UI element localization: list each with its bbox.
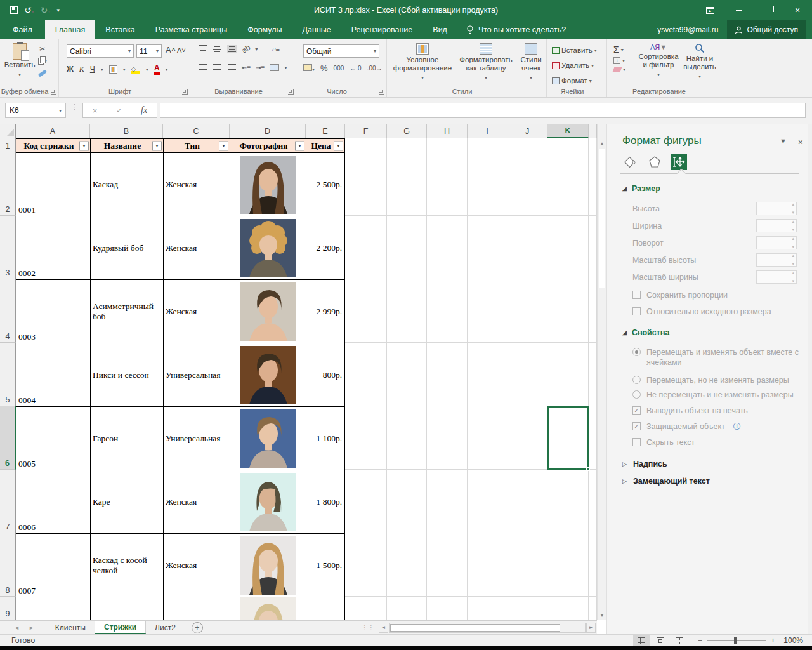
cell-empty[interactable] <box>345 279 387 343</box>
fill-button[interactable]: ↓▾ <box>613 57 625 64</box>
filter-dropdown-icon[interactable]: ▼ <box>295 141 304 150</box>
cell-empty[interactable] <box>387 406 427 470</box>
zoom-slider-thumb[interactable] <box>734 637 737 644</box>
select-all-corner[interactable] <box>0 124 16 138</box>
column-header-A[interactable]: A <box>16 124 90 138</box>
cell-empty[interactable] <box>427 406 468 470</box>
number-dialog-launcher[interactable] <box>379 89 384 95</box>
cell-empty[interactable] <box>547 216 589 279</box>
formula-input[interactable] <box>160 103 806 118</box>
cell-price[interactable]: 1 100р. <box>306 406 345 470</box>
cell-empty[interactable] <box>508 152 547 216</box>
decrease-decimal-icon[interactable]: .00→ <box>367 65 383 72</box>
haircut-photo[interactable] <box>240 219 296 277</box>
filter-dropdown-icon[interactable]: ▼ <box>152 141 162 150</box>
ribbon-display-options-icon[interactable]: ▴ <box>695 0 724 20</box>
cell-empty[interactable] <box>508 406 547 470</box>
cell-empty[interactable] <box>427 343 468 406</box>
save-icon[interactable] <box>10 6 18 14</box>
sheet-tab-0[interactable]: Клиенты <box>46 621 95 634</box>
checkbox-icon[interactable] <box>632 438 641 446</box>
checkbox-icon[interactable] <box>632 307 641 315</box>
table-header-3[interactable]: Фотография▼ <box>230 138 306 152</box>
cell-empty[interactable] <box>468 470 508 533</box>
column-header-G[interactable]: G <box>387 124 427 138</box>
name-box[interactable]: K6▾ <box>5 103 66 118</box>
cell-type[interactable]: Женская <box>163 470 230 533</box>
accounting-format-icon[interactable]: ▾ <box>303 64 315 73</box>
spinner-input[interactable] <box>756 253 797 267</box>
italic-button[interactable]: К <box>79 65 84 74</box>
scroll-right-icon[interactable]: ► <box>586 623 596 633</box>
conditional-formatting-button[interactable]: Условное форматирование▾ <box>393 43 452 82</box>
ribbon-tab-2[interactable]: Вставка <box>95 20 145 39</box>
number-format-select[interactable]: Общий▾ <box>303 44 379 58</box>
pane-scrollbar[interactable] <box>808 124 812 634</box>
cell-empty[interactable] <box>508 138 547 152</box>
spinner-input[interactable] <box>756 219 797 232</box>
cell-empty[interactable] <box>427 152 468 216</box>
share-button[interactable]: Общий доступ <box>727 20 806 39</box>
cell-photo[interactable] <box>230 279 306 343</box>
new-sheet-button[interactable]: + <box>192 622 203 633</box>
align-middle-icon[interactable] <box>213 45 222 53</box>
cell-empty[interactable] <box>547 343 589 406</box>
ribbon-tab-4[interactable]: Формулы <box>237 20 292 39</box>
cell-empty[interactable] <box>345 152 387 216</box>
cell-empty[interactable] <box>468 406 508 470</box>
increase-decimal-icon[interactable]: ←.0 <box>350 65 361 72</box>
font-dialog-launcher[interactable] <box>182 89 188 95</box>
cell-empty[interactable] <box>387 138 427 152</box>
cell-code[interactable]: 0005 <box>16 406 90 470</box>
cell-empty[interactable] <box>547 470 589 533</box>
cell-empty[interactable] <box>427 470 468 533</box>
size-checkbox-1[interactable]: Относительно исходного размера <box>632 307 802 317</box>
info-icon[interactable]: ⓘ <box>733 421 741 432</box>
zoom-out-button[interactable]: − <box>698 636 702 645</box>
cell-photo[interactable] <box>230 533 306 597</box>
size-checkbox-0[interactable]: Сохранить пропорции <box>632 290 802 300</box>
cell-empty[interactable] <box>468 279 508 343</box>
properties-checkbox-2[interactable]: Скрыть текст <box>632 437 802 448</box>
cancel-icon[interactable]: × <box>93 106 98 116</box>
scroll-left-icon[interactable]: ◄ <box>379 623 388 633</box>
cell-photo[interactable] <box>230 406 306 470</box>
shrink-font-icon[interactable]: A˅ <box>177 46 186 54</box>
size-properties-tab[interactable] <box>671 154 687 170</box>
cell-empty[interactable] <box>345 406 387 470</box>
cell-empty[interactable] <box>468 216 508 279</box>
cell-price[interactable]: 800р. <box>306 343 345 406</box>
tell-me-box[interactable]: Что вы хотите сделать? <box>457 20 575 39</box>
cell-name[interactable] <box>90 597 163 620</box>
sort-filter-button[interactable]: АЯ▼ Сортировка и фильтр▾ <box>638 43 679 79</box>
section-properties-header[interactable]: ◢Свойства <box>622 328 669 337</box>
cell-empty[interactable] <box>508 343 547 406</box>
enter-icon[interactable]: ✓ <box>116 107 122 115</box>
horizontal-scroll-thumb[interactable] <box>390 624 560 632</box>
cell-empty[interactable] <box>387 597 427 620</box>
column-header-I[interactable]: I <box>468 124 508 138</box>
account-email[interactable]: ysveta99@mail.ru <box>657 25 718 34</box>
align-left-icon[interactable] <box>198 63 207 71</box>
cell-code[interactable]: 0006 <box>16 470 90 533</box>
radio-icon[interactable] <box>632 376 641 384</box>
column-header-K[interactable]: K <box>547 124 589 138</box>
section-size-header[interactable]: ◢Размер <box>622 184 660 193</box>
cell-type[interactable]: Женская <box>163 216 230 279</box>
align-bottom-icon[interactable] <box>227 45 237 53</box>
row-header-5[interactable]: 5 <box>0 343 16 406</box>
orientation-icon[interactable]: ab <box>240 43 252 55</box>
minimize-button[interactable] <box>724 0 754 20</box>
cell-photo[interactable] <box>230 470 306 533</box>
ribbon-tab-6[interactable]: Рецензирование <box>341 20 423 39</box>
fill-line-tab[interactable] <box>622 154 639 170</box>
column-header-E[interactable]: E <box>306 124 345 138</box>
cell-empty[interactable] <box>468 138 508 152</box>
cell-empty[interactable] <box>468 597 508 620</box>
borders-icon[interactable] <box>109 65 117 74</box>
cell-code[interactable]: 0003 <box>16 279 90 343</box>
tab-splitter[interactable]: ⋮⋮ <box>362 627 374 629</box>
delete-cells-button[interactable]: Удалить▾ <box>552 58 594 72</box>
cell-photo[interactable] <box>230 216 306 279</box>
cell-type[interactable]: Женская <box>163 152 230 216</box>
